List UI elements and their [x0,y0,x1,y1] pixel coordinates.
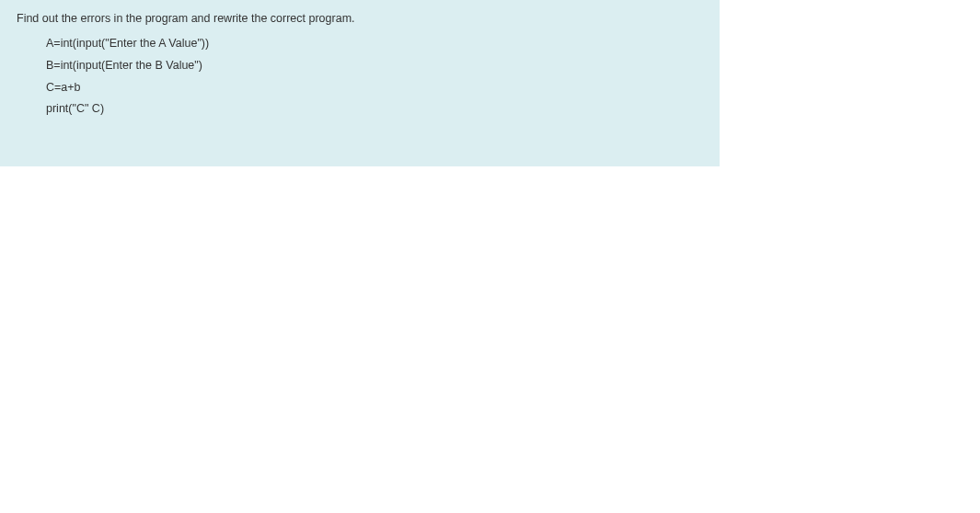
code-line: B=int(input(Enter the B Value") [46,55,703,77]
code-line: print("C" C) [46,98,703,120]
question-box: Find out the errors in the program and r… [0,0,720,166]
question-prompt: Find out the errors in the program and r… [17,9,703,28]
code-line: C=a+b [46,77,703,99]
code-block: A=int(input("Enter the A Value")) B=int(… [17,33,703,120]
code-line: A=int(input("Enter the A Value")) [46,33,703,55]
